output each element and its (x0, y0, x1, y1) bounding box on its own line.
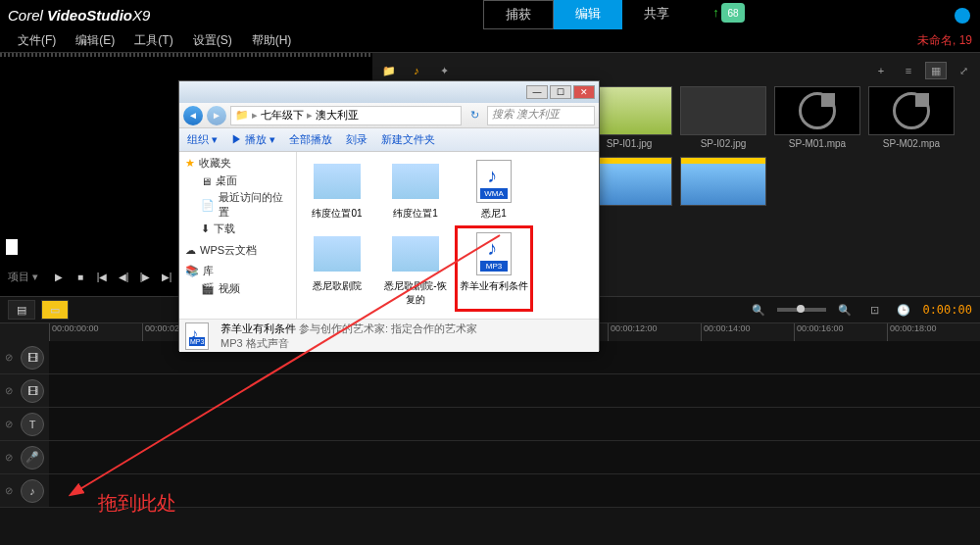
storyboard-view-button[interactable]: ▭ (41, 300, 69, 320)
file-item[interactable]: 纬度位置1 (381, 158, 450, 221)
titlebar: Corel VideoStudioX9 捕获 编辑 共享 ↑ 68 (0, 0, 980, 29)
library-thumb[interactable]: SP-M01.mpa (774, 86, 860, 149)
maximize-button[interactable]: ☐ (550, 85, 571, 99)
preview-mode-label: 项目 ▾ (8, 270, 38, 284)
forward-button[interactable]: ▶| (158, 268, 175, 285)
clock-icon[interactable]: 🕒 (893, 301, 914, 319)
app-logo: Corel VideoStudioX9 (8, 7, 150, 24)
timeline-view-button[interactable]: ▤ (8, 300, 35, 320)
rewind-button[interactable]: |◀ (93, 268, 111, 285)
play-button[interactable]: ▶ (50, 268, 68, 285)
zoom-out-icon[interactable]: 🔍 (748, 301, 769, 319)
close-button[interactable]: ✕ (573, 85, 595, 99)
sidebar-downloads[interactable]: ⬇ 下载 (185, 221, 290, 237)
voice-track[interactable]: ⊘🎤 (0, 441, 980, 474)
zoom-in-icon[interactable]: 🔍 (834, 301, 856, 319)
explorer-toolbar: 组织 ▾ ▶ 播放 ▾ 全部播放 刻录 新建文件夹 (179, 128, 599, 152)
tab-share[interactable]: 共享 (622, 0, 691, 29)
notification-badge[interactable]: 68 (721, 3, 745, 23)
prev-frame-button[interactable]: ◀| (115, 268, 132, 285)
lib-fx-icon[interactable]: ✦ (433, 62, 455, 79)
explorer-statusbar: ♪MP3 养羊业有利条件 参与创作的艺术家: 指定合作的艺术家 MP3 格式声音 (179, 319, 599, 352)
fit-icon[interactable]: ⊡ (863, 301, 885, 319)
minimize-button[interactable]: — (526, 85, 548, 99)
video-track-icon: 🎞 (21, 346, 44, 370)
annotation-text: 拖到此处 (98, 490, 176, 517)
search-input[interactable]: 搜索 澳大利亚 (487, 106, 595, 125)
lock-icon[interactable]: ⊘ (5, 452, 17, 464)
nav-forward-button[interactable]: ► (207, 106, 226, 125)
sidebar-desktop[interactable]: 🖥 桌面 (185, 173, 290, 189)
play-menu[interactable]: ▶ 播放 ▾ (231, 132, 275, 147)
lock-icon[interactable]: ⊘ (5, 352, 17, 364)
menu-help[interactable]: 帮助(H) (242, 32, 302, 49)
lib-add-icon[interactable]: + (870, 62, 892, 79)
play-all-button[interactable]: 全部播放 (289, 132, 332, 147)
file-item[interactable]: ♪WMA悉尼1 (460, 158, 528, 221)
menu-file[interactable]: 文件(F) (8, 32, 66, 49)
menu-settings[interactable]: 设置(S) (183, 32, 242, 49)
nav-back-button[interactable]: ◄ (183, 106, 203, 125)
breadcrumb[interactable]: 📁▸ 七年级下▸ 澳大利亚 (230, 106, 462, 125)
lock-icon[interactable]: ⊘ (5, 419, 17, 430)
globe-icon[interactable] (955, 8, 970, 24)
lib-music-icon[interactable]: ♪ (406, 62, 427, 79)
burn-button[interactable]: 刻录 (346, 132, 368, 147)
menu-tools[interactable]: 工具(T) (124, 32, 182, 49)
library-thumb[interactable] (680, 157, 766, 220)
stop-button[interactable]: ■ (72, 268, 89, 285)
overlay-track-icon: 🎞 (21, 379, 44, 403)
sidebar-recent[interactable]: 📄 最近访问的位置 (185, 189, 290, 221)
file-item[interactable]: 悉尼歌剧院-恢复的 (381, 230, 450, 307)
file-item[interactable]: 纬度位置01 (303, 158, 371, 221)
file-item[interactable]: ♪MP3养羊业有利条件 (460, 230, 528, 307)
lib-sort-icon[interactable]: ≡ (898, 62, 919, 79)
explorer-file-list[interactable]: 纬度位置01纬度位置1♪WMA悉尼1悉尼歌剧院悉尼歌剧院-恢复的♪MP3养羊业有… (297, 152, 599, 319)
file-item[interactable]: 悉尼歌剧院 (303, 230, 371, 307)
lib-expand-icon[interactable]: ⤢ (953, 62, 974, 79)
favorites-group[interactable]: ★收藏夹 (185, 156, 290, 171)
file-explorer-window[interactable]: — ☐ ✕ ◄ ► 📁▸ 七年级下▸ 澳大利亚 ↻ 搜索 澳大利亚 组织 ▾ ▶… (178, 80, 600, 351)
explorer-navbar: ◄ ► 📁▸ 七年级下▸ 澳大利亚 ↻ 搜索 澳大利亚 (179, 103, 599, 128)
mode-tabs: 捕获 编辑 共享 ↑ (483, 0, 741, 29)
title-track[interactable]: ⊘T (0, 408, 980, 441)
zoom-slider[interactable] (777, 308, 826, 312)
scrub-handle[interactable] (6, 239, 18, 255)
tab-edit[interactable]: 编辑 (554, 0, 622, 29)
tab-capture[interactable]: 捕获 (483, 0, 554, 29)
wps-group[interactable]: ☁ WPS云文档 (185, 243, 290, 258)
voice-track-icon: 🎤 (21, 446, 44, 470)
library-thumb[interactable]: SP-I02.jpg (680, 86, 766, 149)
project-name: 未命名, 19 (917, 32, 972, 49)
lock-icon[interactable]: ⊘ (5, 385, 17, 397)
menubar: 文件(F) 编辑(E) 工具(T) 设置(S) 帮助(H) 未命名, 19 (0, 29, 980, 53)
timecode-display: 0:00:00 (922, 303, 972, 317)
title-track-icon: T (21, 413, 44, 436)
explorer-sidebar: ★收藏夹 🖥 桌面 📄 最近访问的位置 ⬇ 下载 ☁ WPS云文档 📚 库 🎬 … (179, 152, 297, 319)
library-thumb[interactable]: SP-M02.mpa (868, 86, 955, 149)
lib-folder-icon[interactable]: 📁 (378, 62, 400, 79)
overlay-track[interactable]: ⊘🎞 (0, 374, 980, 408)
sidebar-video[interactable]: 🎬 视频 (185, 280, 290, 297)
timeline-tracks: ⊘🎞 ⊘🎞 ⊘T ⊘🎤 ⊘♪ (0, 341, 980, 508)
next-frame-button[interactable]: |▶ (136, 268, 154, 285)
lib-grid-icon[interactable]: ▦ (925, 62, 947, 79)
new-folder-button[interactable]: 新建文件夹 (381, 132, 435, 147)
explorer-titlebar[interactable]: — ☐ ✕ (179, 81, 599, 103)
organize-menu[interactable]: 组织 ▾ (187, 132, 218, 147)
refresh-button[interactable]: ↻ (466, 107, 483, 124)
music-track-icon: ♪ (21, 479, 44, 503)
lock-icon[interactable]: ⊘ (5, 485, 17, 497)
menu-edit[interactable]: 编辑(E) (66, 32, 124, 49)
library-group[interactable]: 📚 库 (185, 264, 290, 278)
